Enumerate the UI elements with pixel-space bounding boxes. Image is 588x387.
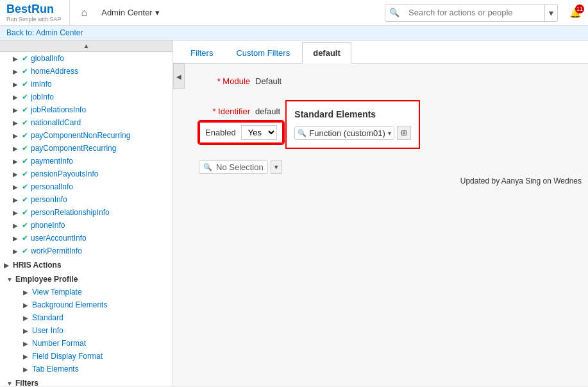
back-bar-text: Back to: Admin Center [6,28,83,37]
sidebar-item-label: Number Format [32,339,86,348]
back-bar[interactable]: Back to: Admin Center [0,26,588,40]
check-icon: ✔ [22,144,28,153]
sidebar-item-label: workPermitInfo [31,246,82,255]
notification-button[interactable]: 🔔 11 [569,7,582,19]
form-area: * Module Default * Identifier default En… [173,64,588,192]
sidebar-item-personRelationshipInfo[interactable]: ▶ ✔ personRelationshipInfo [0,206,172,219]
sidebar: ▲ ▶ ✔ globalInfo ▶ ✔ homeAddress ▶ ✔ imI… [0,40,173,386]
scroll-up-icon: ▲ [83,42,90,49]
sidebar-item-jobRelationsInfo[interactable]: ▶ ✔ jobRelationsInfo [0,103,172,116]
sidebar-item-pensionPayoutsInfo[interactable]: ▶ ✔ pensionPayoutsInfo [0,168,172,180]
sidebar-tab-elements[interactable]: ▶ Tab Elements [0,363,172,375]
sidebar-item-label: Tab Elements [32,365,79,374]
sidebar-hris-actions[interactable]: ▶ HRIS Actions [0,257,172,271]
sidebar-item-label: pensionPayoutsInfo [31,169,98,178]
sidebar-item-userAccountInfo[interactable]: ▶ ✔ userAccountInfo [0,232,172,245]
sidebar-item-label: personalInfo [31,182,73,191]
function-select-wrap[interactable]: 🔍 Function (custom01) ▾ [294,126,394,140]
toggle-icon: ▶ [23,302,29,309]
function-select-text: Function (custom01) [309,128,385,138]
sidebar-item-paymentInfo[interactable]: ▶ ✔ paymentInfo [0,155,172,168]
tab-default[interactable]: default [302,42,351,64]
toggle-icon: ▼ [6,276,13,283]
no-selection-dropdown-button[interactable]: ▾ [271,160,282,174]
sidebar-item-label: View Template [32,288,82,297]
check-icon: ✔ [22,54,28,63]
search-icon: 🔍 [298,129,307,137]
enabled-label: Enabled [205,128,236,137]
search-input[interactable] [403,8,544,17]
updated-by-text: Updated by Aanya Sing on Wednes [460,176,582,185]
check-icon: ✔ [22,195,28,204]
notification-badge: 11 [575,4,584,13]
enabled-select[interactable]: Yes No [241,125,277,140]
standard-elements-box: Standard Elements 🔍 Function (custom01) … [285,100,420,149]
dropdown-arrow-icon[interactable]: ▾ [388,130,391,137]
toggle-icon: ▶ [23,366,29,373]
check-icon: ✔ [22,67,28,76]
sidebar-item-label: paymentInfo [31,157,73,166]
content-area: Filters Custom Filters default ◀ * Modul… [173,40,588,386]
sidebar-scroll-up[interactable]: ▲ [0,40,172,52]
sidebar-item-jobInfo[interactable]: ▶ ✔ jobInfo [0,90,172,103]
sidebar-item-label: userAccountInfo [31,234,87,243]
identifier-value: default [255,107,280,116]
sidebar-view-template[interactable]: ▶ View Template [0,286,172,298]
sidebar-number-format[interactable]: ▶ Number Format [0,337,172,350]
no-selection-wrap[interactable]: 🔍 No Selection [199,160,268,174]
admin-center-label: Admin Center [101,8,152,17]
check-icon: ✔ [22,131,28,140]
sidebar-background-elements[interactable]: ▶ Background Elements [0,298,172,311]
check-icon: ✔ [22,105,28,114]
tab-filters[interactable]: Filters [180,42,224,63]
check-icon: ✔ [22,92,28,101]
function-grid-button[interactable]: ⊞ [397,126,411,140]
check-icon: ✔ [22,208,28,217]
tab-custom-filters[interactable]: Custom Filters [225,42,301,63]
sidebar-item-payComponentNonRecurring[interactable]: ▶ ✔ payComponentNonRecurring [0,129,172,142]
sidebar-item-label: imInfo [31,80,52,89]
sidebar-standard[interactable]: ▶ Standard [0,311,172,324]
function-row: 🔍 Function (custom01) ▾ ⊞ [294,126,411,140]
toggle-icon: ▶ [13,132,19,139]
filters-label: Filters [15,379,38,386]
check-icon: ✔ [22,246,28,255]
chevron-left-icon: ◀ [176,73,181,80]
tabs-bar: Filters Custom Filters default [173,40,588,64]
sidebar-item-label: jobInfo [31,92,54,101]
sidebar-item-homeAddress[interactable]: ▶ ✔ homeAddress [0,65,172,78]
check-icon: ✔ [22,118,28,127]
toggle-icon: ▶ [13,81,19,88]
no-selection-text: No Selection [216,162,264,172]
sidebar-item-globalInfo[interactable]: ▶ ✔ globalInfo [0,52,172,65]
sidebar-item-phoneInfo[interactable]: ▶ ✔ phoneInfo [0,219,172,232]
toggle-icon: ▶ [23,327,29,334]
sidebar-user-info[interactable]: ▶ User Info [0,324,172,337]
enabled-box: Enabled Yes No [199,121,283,144]
logo: BestRun Run Simple with SAP [6,3,62,22]
logo-text: BestRun [6,3,62,16]
sidebar-item-label: jobRelationsInfo [31,105,86,114]
sidebar-item-personalInfo[interactable]: ▶ ✔ personalInfo [0,180,172,193]
identifier-label: * Identifier [199,107,250,116]
toggle-icon: ▶ [13,107,19,114]
sidebar-item-payComponentRecurring[interactable]: ▶ ✔ payComponentRecurring [0,142,172,155]
sidebar-item-nationalIdCard[interactable]: ▶ ✔ nationalIdCard [0,116,172,129]
toggle-icon: ▼ [6,380,13,386]
sidebar-item-personInfo[interactable]: ▶ ✔ personInfo [0,193,172,206]
sidebar-item-label: homeAddress [31,67,78,76]
sidebar-item-imInfo[interactable]: ▶ ✔ imInfo [0,78,172,90]
toggle-icon: ▶ [23,289,29,296]
hris-actions-label: HRIS Actions [13,261,62,270]
home-button[interactable]: ⌂ [76,7,93,19]
sidebar-item-workPermitInfo[interactable]: ▶ ✔ workPermitInfo [0,245,172,257]
sidebar-employee-profile[interactable]: ▼ Employee Profile [0,271,172,286]
admin-center-button[interactable]: Admin Center ▾ [99,8,162,17]
sidebar-field-display-format[interactable]: ▶ Field Display Format [0,350,172,363]
search-submit-button[interactable]: ▾ [544,4,557,21]
toggle-icon: ▶ [13,158,19,165]
sidebar-item-label: Standard [32,313,63,322]
toggle-icon: ▶ [13,145,19,152]
sidebar-filters[interactable]: ▼ Filters [0,375,172,386]
scroll-left-button[interactable]: ◀ [173,64,185,89]
